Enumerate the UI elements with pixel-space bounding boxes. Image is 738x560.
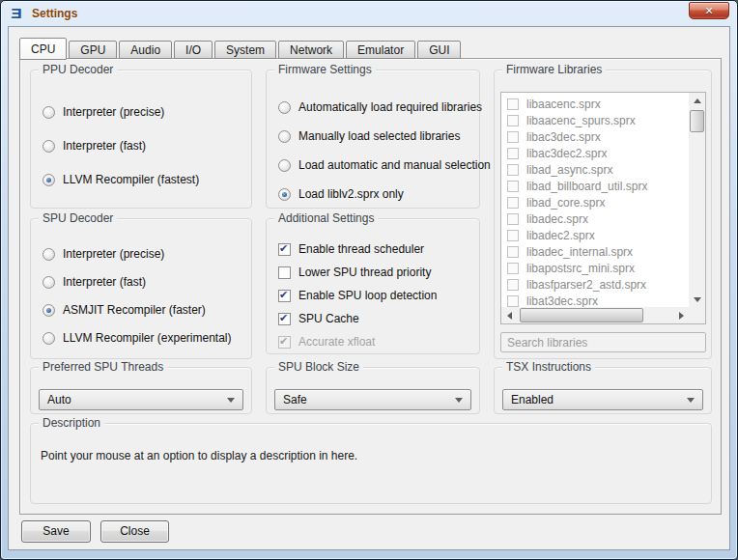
radio-option-auto-load-libraries[interactable]: Automatically load required libraries bbox=[278, 100, 473, 114]
checkbox-unchecked-icon bbox=[507, 246, 519, 258]
radio-icon[interactable] bbox=[278, 130, 291, 143]
library-list-rows: libaacenc.sprx libaacenc_spurs.sprx liba… bbox=[502, 94, 689, 307]
preferred-spu-threads-dropdown[interactable]: Auto bbox=[39, 389, 243, 410]
option-label: SPU Cache bbox=[298, 312, 359, 325]
close-window-button[interactable]: ✕ bbox=[689, 2, 729, 19]
radio-option-ppu-llvm-recompiler[interactable]: LLVM Recompiler (fastest) bbox=[43, 173, 245, 186]
radio-option-auto-and-manual-selection[interactable]: Load automatic and manual selection bbox=[278, 158, 473, 172]
option-label: Interpreter (precise) bbox=[63, 247, 164, 261]
checkbox-option-spu-cache[interactable]: ✔ SPU Cache bbox=[278, 312, 473, 325]
radio-option-ppu-interpreter-fast[interactable]: Interpreter (fast) bbox=[43, 139, 245, 153]
group-title: SPU Decoder bbox=[39, 211, 117, 225]
radio-selected-icon[interactable] bbox=[278, 188, 291, 201]
radio-option-manual-load-libraries[interactable]: Manually load selected libraries bbox=[278, 129, 473, 143]
library-list-item: libasfparser2_astd.sprx bbox=[502, 276, 689, 293]
option-label: Lower SPU thread priority bbox=[298, 266, 431, 279]
checkbox-checked-disabled-icon: ✔ bbox=[278, 336, 291, 349]
group-firmware-settings: Firmware Settings Automatically load req… bbox=[266, 70, 480, 209]
checkbox-unchecked-icon bbox=[507, 279, 519, 291]
group-description: Description Point your mouse at an optio… bbox=[30, 423, 712, 504]
scroll-down-icon[interactable] bbox=[689, 292, 705, 307]
settings-tab-bar: CPU GPU Audio I/O System Network Emulato… bbox=[19, 37, 463, 59]
tsx-instructions-dropdown[interactable]: Enabled bbox=[502, 389, 703, 410]
checkbox-unchecked-icon bbox=[507, 230, 519, 241]
radio-icon[interactable] bbox=[43, 106, 55, 119]
tab-gpu[interactable]: GPU bbox=[69, 41, 117, 59]
library-list-item: libad_async.sprx bbox=[502, 161, 689, 178]
checkbox-unchecked-icon bbox=[507, 213, 519, 225]
group-tsx-instructions: TSX Instructions Enabled bbox=[494, 367, 712, 414]
radio-icon[interactable] bbox=[278, 159, 291, 172]
title-bar[interactable]: Ǝ Settings ✕ bbox=[1, 1, 737, 26]
close-button[interactable]: Close bbox=[100, 520, 169, 543]
scrollbar-thumb[interactable] bbox=[520, 308, 643, 322]
chevron-down-icon bbox=[455, 398, 463, 403]
radio-option-spu-interpreter-fast[interactable]: Interpreter (fast) bbox=[43, 275, 245, 289]
checkbox-unchecked-icon bbox=[507, 115, 519, 126]
settings-window: Ǝ Settings ✕ CPU GPU Audio I/O System Ne… bbox=[0, 0, 738, 560]
scroll-up-icon[interactable] bbox=[689, 93, 705, 108]
radio-icon[interactable] bbox=[278, 101, 291, 114]
group-title: Additional Settings bbox=[274, 211, 378, 225]
option-label: Interpreter (fast) bbox=[63, 275, 146, 289]
checkbox-checked-icon[interactable]: ✔ bbox=[278, 313, 291, 325]
checkbox-option-accurate-xfloat: ✔ Accurate xfloat bbox=[278, 335, 473, 349]
checkbox-option-enable-thread-scheduler[interactable]: ✔ Enable thread scheduler bbox=[278, 242, 473, 256]
radio-icon[interactable] bbox=[43, 140, 55, 153]
rpcs3-logo-icon: Ǝ bbox=[11, 5, 22, 21]
tab-gui[interactable]: GUI bbox=[417, 41, 461, 59]
group-title: Description bbox=[39, 416, 104, 430]
radio-icon[interactable] bbox=[43, 276, 55, 289]
spu-block-size-dropdown[interactable]: Safe bbox=[274, 389, 471, 410]
scrollbar-thumb[interactable] bbox=[690, 110, 704, 132]
radio-icon[interactable] bbox=[43, 248, 55, 261]
tab-audio[interactable]: Audio bbox=[119, 41, 172, 59]
checkbox-option-lower-spu-thread-priority[interactable]: Lower SPU thread priority bbox=[278, 266, 473, 279]
radio-icon[interactable] bbox=[43, 332, 55, 345]
radio-option-spu-interpreter-precise[interactable]: Interpreter (precise) bbox=[43, 247, 245, 261]
radio-option-load-liblv2-only[interactable]: Load liblv2.sprx only bbox=[278, 187, 473, 201]
radio-option-spu-asmjit-recompiler[interactable]: ASMJIT Recompiler (faster) bbox=[43, 303, 245, 317]
library-list-item: libadec_internal.sprx bbox=[502, 243, 689, 260]
horizontal-scrollbar[interactable] bbox=[501, 307, 689, 323]
option-label: Accurate xfloat bbox=[298, 335, 375, 349]
option-label: ASMJIT Recompiler (faster) bbox=[63, 303, 206, 317]
library-list-item: libadec2.sprx bbox=[502, 227, 689, 243]
checkbox-unchecked-icon bbox=[507, 164, 519, 176]
dropdown-value: Enabled bbox=[511, 393, 554, 406]
save-button[interactable]: Save bbox=[21, 520, 91, 543]
checkbox-option-enable-spu-loop-detection[interactable]: ✔ Enable SPU loop detection bbox=[278, 289, 473, 302]
library-list-item: libad_core.sprx bbox=[502, 194, 689, 210]
library-list-item: libac3dec2.sprx bbox=[502, 145, 689, 161]
radio-option-spu-llvm-recompiler[interactable]: LLVM Recompiler (experimental) bbox=[43, 331, 245, 345]
library-list-item: libadec.sprx bbox=[502, 210, 689, 227]
library-list-item: libat3dec.sprx bbox=[502, 293, 689, 307]
checkbox-checked-icon[interactable]: ✔ bbox=[278, 243, 291, 256]
chevron-down-icon bbox=[227, 398, 235, 403]
group-firmware-libraries: Firmware Libraries libaacenc.sprx libaac… bbox=[494, 70, 712, 359]
scroll-right-icon[interactable] bbox=[673, 307, 689, 323]
tab-io[interactable]: I/O bbox=[174, 41, 213, 59]
tab-network[interactable]: Network bbox=[278, 41, 344, 59]
window-title: Settings bbox=[32, 7, 77, 20]
group-title: SPU Block Size bbox=[274, 360, 363, 374]
tab-system[interactable]: System bbox=[214, 41, 276, 59]
group-ppu-decoder: PPU Decoder Interpreter (precise) Interp… bbox=[30, 70, 252, 209]
radio-selected-icon[interactable] bbox=[43, 304, 55, 317]
library-list-item: libapostsrc_mini.sprx bbox=[502, 260, 689, 276]
tab-emulator[interactable]: Emulator bbox=[346, 41, 415, 59]
scroll-left-icon[interactable] bbox=[501, 307, 517, 323]
group-title: Preferred SPU Threads bbox=[39, 360, 167, 374]
checkbox-unchecked-icon bbox=[507, 98, 519, 110]
option-label: LLVM Recompiler (experimental) bbox=[63, 331, 232, 345]
library-list-item: libaacenc_spurs.sprx bbox=[502, 112, 689, 128]
library-list-item: libaacenc.sprx bbox=[502, 96, 689, 112]
tab-cpu[interactable]: CPU bbox=[19, 38, 67, 60]
checkbox-unchecked-icon[interactable] bbox=[278, 266, 291, 279]
option-label: Manually load selected libraries bbox=[298, 129, 460, 143]
checkbox-checked-icon[interactable]: ✔ bbox=[278, 290, 291, 302]
library-list-item: libad_billboard_util.sprx bbox=[502, 178, 689, 194]
radio-selected-icon[interactable] bbox=[43, 174, 55, 186]
vertical-scrollbar[interactable] bbox=[689, 93, 705, 307]
radio-option-ppu-interpreter-precise[interactable]: Interpreter (precise) bbox=[43, 105, 245, 119]
